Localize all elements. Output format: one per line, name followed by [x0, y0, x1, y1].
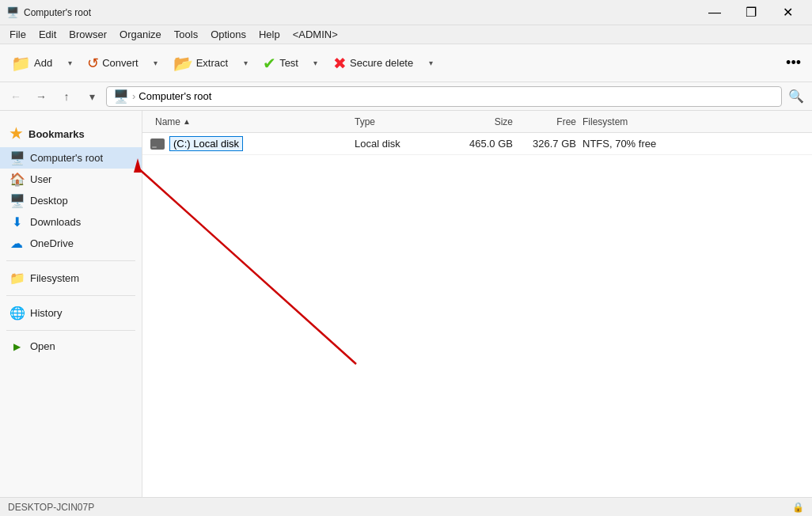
col-header-filesystem[interactable]: Filesystem [576, 116, 671, 127]
title-bar: 🖥️ Computer's root — ❐ ✕ [0, 0, 812, 25]
col-header-type[interactable]: Type [355, 116, 450, 127]
menu-organize[interactable]: Organize [113, 27, 168, 42]
menu-tools[interactable]: Tools [168, 27, 204, 42]
add-dropdown[interactable]: ▾ [62, 49, 78, 78]
secure-delete-button[interactable]: ✖ Secure delete [327, 49, 419, 78]
sidebar-item-downloads[interactable]: ⬇ Downloads [0, 211, 142, 233]
extract-dropdown[interactable]: ▾ [237, 49, 253, 78]
extract-button[interactable]: 📂 Extract [167, 49, 234, 78]
path-text: Computer's root [138, 90, 211, 102]
file-list-header: Name ▲ Type Size Free Filesystem [142, 111, 812, 133]
menu-help[interactable]: Help [252, 27, 286, 42]
file-size-cell: 465.0 GB [450, 138, 513, 150]
col-header-size[interactable]: Size [450, 116, 513, 127]
sidebar-divider-1 [6, 260, 135, 261]
status-bar: DESKTOP-JCIN07P 🔒 [0, 497, 812, 516]
bookmarks-header: ★ Bookmarks [0, 120, 142, 147]
secure-delete-dropdown[interactable]: ▾ [423, 49, 438, 78]
convert-button[interactable]: ↺ Convert [81, 49, 145, 78]
menu-bar: File Edit Browser Organize Tools Options… [0, 25, 812, 44]
user-icon: 🏠 [9, 172, 24, 187]
test-icon: ✔ [263, 54, 276, 73]
menu-file[interactable]: File [3, 27, 32, 42]
sidebar-item-computers-root[interactable]: 🖥️ Computer's root [0, 147, 142, 169]
sidebar-item-filesystem[interactable]: 📁 Filesystem [0, 267, 142, 289]
convert-dropdown[interactable]: ▾ [148, 49, 164, 78]
table-row[interactable]: (C:) Local disk Local disk 465.0 GB 326.… [142, 133, 812, 155]
menu-admin[interactable]: <ADMIN> [286, 27, 344, 42]
sidebar-divider-3 [6, 330, 135, 331]
secure-delete-label: Secure delete [350, 57, 413, 69]
path-separator: › [132, 90, 135, 102]
extract-icon: 📂 [173, 54, 193, 73]
sidebar: ★ Bookmarks 🖥️ Computer's root 🏠 User 🖥️… [0, 111, 142, 497]
open-label: Open [30, 340, 55, 352]
test-label: Test [279, 57, 298, 69]
address-bar: ← → ↑ ▾ 🖥️ › Computer's root 🔍 [0, 82, 812, 111]
back-button[interactable]: ← [5, 85, 27, 108]
menu-options[interactable]: Options [204, 27, 252, 42]
open-icon: ▶ [9, 341, 24, 352]
file-free-cell: 326.7 GB [513, 138, 576, 150]
sidebar-item-user[interactable]: 🏠 User [0, 169, 142, 190]
main-content: ★ Bookmarks 🖥️ Computer's root 🏠 User 🖥️… [0, 111, 812, 497]
history-label: History [30, 307, 62, 319]
minimize-button[interactable]: — [696, 0, 733, 25]
forward-button[interactable]: → [30, 85, 52, 108]
bookmarks-label: Bookmarks [28, 128, 85, 140]
convert-icon: ↺ [87, 55, 99, 72]
file-name-cell: (C:) Local disk [149, 136, 355, 151]
downloads-icon: ⬇ [9, 214, 24, 230]
onedrive-label: OneDrive [30, 237, 74, 249]
test-dropdown[interactable]: ▾ [308, 49, 324, 78]
menu-edit[interactable]: Edit [32, 27, 63, 42]
sidebar-divider-2 [6, 295, 135, 296]
add-button[interactable]: 📁 Add [5, 49, 59, 78]
add-icon: 📁 [11, 54, 31, 73]
secure-delete-icon: ✖ [333, 54, 347, 73]
search-button[interactable]: 🔍 [785, 85, 807, 108]
status-left: DESKTOP-JCIN07P [8, 502, 94, 513]
maximize-button[interactable]: ❐ [733, 0, 769, 25]
sidebar-item-open[interactable]: ▶ Open [0, 337, 142, 355]
file-fs-cell: NTFS, 70% free [576, 138, 671, 150]
computers-root-icon: 🖥️ [9, 150, 24, 165]
app-icon: 🖥️ [6, 6, 19, 19]
dropdown-button[interactable]: ▾ [81, 85, 103, 108]
file-list: Name ▲ Type Size Free Filesystem (C:) Lo… [142, 111, 812, 497]
onedrive-icon: ☁ [9, 236, 24, 251]
col-header-free[interactable]: Free [513, 116, 576, 127]
extract-label: Extract [196, 57, 228, 69]
menu-browser[interactable]: Browser [63, 27, 113, 42]
filesystem-label: Filesystem [30, 272, 79, 284]
address-path[interactable]: 🖥️ › Computer's root [106, 86, 782, 107]
sidebar-item-onedrive[interactable]: ☁ OneDrive [0, 233, 142, 254]
path-icon: 🖥️ [113, 89, 129, 104]
bookmarks-star-icon: ★ [9, 125, 22, 142]
sidebar-item-history[interactable]: 🌐 History [0, 302, 142, 324]
file-type-cell: Local disk [355, 138, 450, 150]
add-label: Add [34, 57, 52, 69]
filesystem-icon: 📁 [9, 271, 24, 286]
sidebar-item-desktop[interactable]: 🖥️ Desktop [0, 190, 142, 211]
desktop-label: Desktop [30, 195, 68, 207]
window-controls: — ❐ ✕ [696, 0, 806, 25]
computers-root-label: Computer's root [30, 152, 103, 164]
close-button[interactable]: ✕ [769, 0, 806, 25]
col-header-name[interactable]: Name ▲ [149, 116, 355, 127]
up-button[interactable]: ↑ [55, 85, 78, 108]
toolbar: 📁 Add ▾ ↺ Convert ▾ 📂 Extract ▾ ✔ Test ▾… [0, 44, 812, 82]
desktop-icon: 🖥️ [9, 193, 24, 208]
history-icon: 🌐 [9, 305, 24, 321]
downloads-label: Downloads [30, 216, 81, 228]
user-label: User [30, 173, 51, 185]
toolbar-more-button[interactable]: ••• [780, 51, 807, 74]
file-name-text: (C:) Local disk [169, 136, 243, 151]
test-button[interactable]: ✔ Test [256, 49, 305, 78]
convert-label: Convert [102, 57, 138, 69]
window-title: Computer's root [24, 7, 91, 18]
lock-icon: 🔒 [792, 502, 804, 513]
